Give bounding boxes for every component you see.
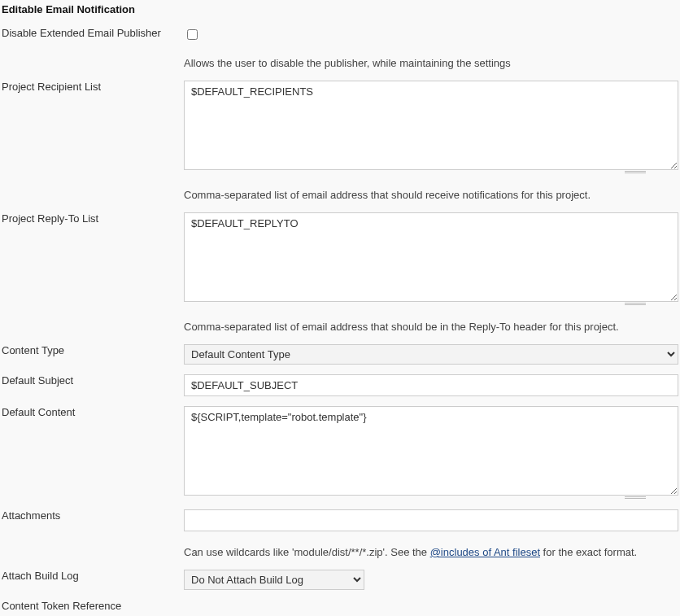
recipient-list-help: Comma-separated list of email address th…	[184, 184, 678, 203]
attachments-help-pre: Can use wildcards like 'module/dist/**/*…	[184, 546, 430, 558]
replyto-list-help: Comma-separated list of email address th…	[184, 316, 678, 334]
default-subject-input[interactable]	[184, 374, 678, 396]
resize-grip[interactable]	[625, 171, 646, 174]
section-title: Editable Email Notification	[0, 0, 680, 22]
recipient-list-label: Project Recipient List	[0, 76, 182, 179]
content-type-select[interactable]: Default Content Type	[184, 344, 678, 365]
default-content-label: Default Content	[0, 401, 182, 505]
disable-publisher-help: Allows the user to disable the publisher…	[184, 52, 678, 71]
resize-grip[interactable]	[625, 303, 646, 306]
recipient-list-textarea[interactable]	[184, 81, 678, 170]
attachments-help-post: for the exact format.	[540, 546, 637, 558]
replyto-list-textarea[interactable]	[184, 212, 678, 302]
replyto-list-label: Project Reply-To List	[0, 208, 182, 311]
content-type-label: Content Type	[0, 339, 182, 369]
attach-build-log-label: Attach Build Log	[0, 565, 182, 595]
attach-build-log-select[interactable]: Do Not Attach Build Log	[184, 570, 364, 590]
resize-grip[interactable]	[625, 496, 646, 500]
attachments-help-link[interactable]: @includes of Ant fileset	[430, 546, 540, 558]
attachments-label: Attachments	[0, 505, 182, 536]
config-form: Disable Extended Email Publisher Allows …	[0, 22, 680, 616]
attachments-help: Can use wildcards like 'module/dist/**/*…	[184, 541, 678, 560]
attachments-input[interactable]	[184, 509, 678, 531]
default-content-textarea[interactable]	[184, 406, 678, 496]
content-token-reference-label: Content Token Reference	[0, 595, 182, 616]
disable-publisher-checkbox[interactable]	[187, 29, 198, 40]
default-subject-label: Default Subject	[0, 369, 182, 401]
disable-publisher-label: Disable Extended Email Publisher	[0, 22, 182, 47]
